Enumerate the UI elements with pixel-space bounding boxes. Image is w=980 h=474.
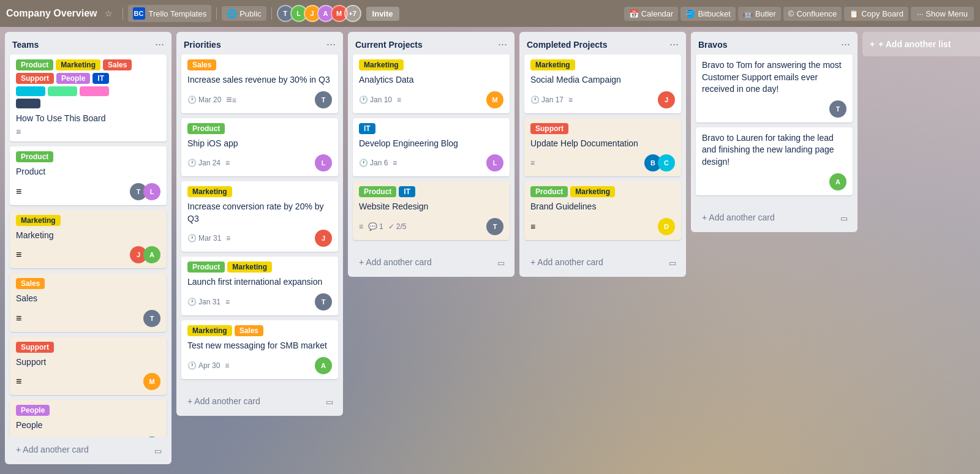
- label-comp2: Support: [530, 123, 568, 134]
- card-comp2-title: Update Help Documentation: [530, 138, 675, 150]
- card-cp2[interactable]: IT Develop Engineering Blog 🕐Jan 6 ≡ L: [353, 118, 510, 177]
- card-b1[interactable]: Bravo to Tom for answering the most Cust…: [696, 55, 853, 122]
- add-card-completed[interactable]: + Add another card: [524, 252, 664, 272]
- teams-swatches2: [16, 99, 160, 108]
- add-card-priorities[interactable]: + Add another card: [181, 391, 321, 411]
- card-template-priorities[interactable]: ▭: [321, 394, 338, 410]
- list-menu-priorities[interactable]: ···: [326, 38, 336, 51]
- list-footer-completed: + Add another card ▭: [519, 250, 686, 277]
- visibility-button[interactable]: 🌐 Public: [222, 6, 266, 21]
- list-title-priorities: Priorities: [184, 40, 221, 50]
- label-cp1: Marketing: [359, 59, 404, 70]
- avatar-card: L: [143, 183, 160, 200]
- card-p4[interactable]: Product Marketing Launch first internati…: [181, 257, 338, 315]
- avatar-card: M: [143, 373, 160, 390]
- list-footer-priorities: + Add another card ▭: [176, 389, 343, 416]
- extra-members-count[interactable]: +7: [344, 5, 361, 22]
- label-p5a: Marketing: [187, 325, 232, 336]
- butler-tool[interactable]: 🤖 Butler: [738, 7, 781, 21]
- swatch-lime: [48, 86, 77, 96]
- list-menu-teams[interactable]: ···: [155, 38, 164, 51]
- label-p4b: Marketing: [227, 261, 272, 273]
- card-comp2[interactable]: Support Update Help Documentation ≡ B C: [524, 118, 681, 177]
- star-icon[interactable]: ☆: [105, 9, 113, 18]
- label-p1: Sales: [187, 59, 216, 70]
- card-p2[interactable]: Product Ship iOS app 🕐Jan 24 ≡ L: [181, 118, 338, 177]
- list-body-completed: Marketing Social Media Campaign 🕐Jan 17 …: [519, 55, 686, 250]
- add-card-current[interactable]: + Add another card: [353, 252, 492, 272]
- label-cp3b: IT: [399, 186, 415, 197]
- label-comp1: Marketing: [530, 59, 575, 70]
- plus-icon: +: [870, 39, 875, 49]
- globe-icon: 🌐: [227, 9, 237, 18]
- card-product[interactable]: Product Product T L: [10, 146, 167, 205]
- card-template-current[interactable]: ▭: [492, 255, 510, 271]
- how-to-label: How To Use This Board: [16, 113, 160, 123]
- desc-icon: ≡: [225, 298, 230, 306]
- avatar-card: D: [658, 218, 675, 235]
- desc-icon: ≡: [393, 159, 397, 167]
- card-comp3[interactable]: Product Marketing Brand Guidelines ≡ D: [524, 181, 681, 240]
- card-comp1[interactable]: Marketing Social Media Campaign 🕐Jan 17 …: [524, 55, 681, 113]
- label-comp3b: Marketing: [570, 186, 615, 197]
- card-p5[interactable]: Marketing Sales Test new messaging for S…: [181, 320, 338, 379]
- invite-button[interactable]: Invite: [366, 7, 399, 21]
- list-header-priorities: Priorities ···: [176, 32, 343, 55]
- desc-icon: ≡: [530, 159, 535, 167]
- card-support[interactable]: Support Support M: [10, 337, 167, 396]
- list-title-bravos: Bravos: [698, 40, 727, 50]
- show-menu-button[interactable]: ··· Show Menu: [911, 7, 974, 21]
- list-menu-bravos[interactable]: ···: [841, 38, 850, 51]
- confluence-tool[interactable]: © Confluence: [783, 7, 842, 21]
- avatar-card: C: [658, 154, 675, 171]
- list-header-teams: Teams ···: [5, 32, 172, 55]
- calendar-tool[interactable]: 📅 Calendar: [624, 7, 679, 21]
- avatar-card: T: [486, 218, 503, 235]
- card-marketing-meta: J A: [16, 246, 160, 263]
- avatar-card: T: [315, 293, 332, 310]
- copy-icon: 📋: [849, 9, 859, 18]
- list-body-current: Marketing Analytics Data 🕐Jan 10 ≡ M IT …: [348, 55, 514, 250]
- card-marketing-avatars: J A: [130, 246, 160, 263]
- how-to-icon: ≡: [16, 127, 160, 137]
- add-card-teams[interactable]: + Add another card: [10, 440, 149, 459]
- card-people-title: People: [16, 419, 160, 432]
- card-cp2-meta: 🕐Jan 6 ≡ L: [359, 154, 503, 171]
- desc-icon: [16, 186, 21, 197]
- card-template-teams[interactable]: ▭: [149, 443, 167, 459]
- card-template-completed[interactable]: ▭: [664, 255, 681, 271]
- card-people[interactable]: People People B: [10, 400, 167, 437]
- card-cp3[interactable]: Product IT Website Redesign ≡ 💬1 ✓2/5 T: [353, 181, 510, 240]
- list-menu-completed[interactable]: ···: [669, 38, 679, 51]
- list-teams: Teams ··· Product Marketing Sales Suppor…: [5, 32, 172, 464]
- board-area: Teams ··· Product Marketing Sales Suppor…: [0, 27, 980, 474]
- card-cp3-checklist: ✓2/5: [388, 222, 407, 231]
- card-sales[interactable]: Sales Sales T: [10, 273, 167, 332]
- add-card-bravos[interactable]: + Add another card: [696, 208, 835, 227]
- card-teams-intro[interactable]: Product Marketing Sales Support People I…: [10, 55, 167, 141]
- card-sales-meta: T: [16, 310, 160, 327]
- label-it: IT: [92, 73, 109, 84]
- card-cp1[interactable]: Marketing Analytics Data 🕐Jan 10 ≡ M: [353, 55, 510, 113]
- swatch-teal: [16, 86, 45, 96]
- label-support2: Support: [16, 342, 54, 353]
- member-avatars[interactable]: T L J A M +7: [277, 5, 361, 22]
- list-current-projects: Current Projects ··· Marketing Analytics…: [348, 32, 514, 277]
- desc-icon: ≡: [397, 96, 401, 104]
- card-p5-title: Test new messaging for SMB market: [187, 340, 332, 352]
- copyboard-tool[interactable]: 📋 Copy Board: [844, 7, 908, 21]
- avatar-card: T: [143, 310, 160, 327]
- card-marketing[interactable]: Marketing Marketing J A: [10, 210, 167, 269]
- avatar-card: M: [486, 91, 503, 108]
- card-b2[interactable]: Bravo to Lauren for taking the lead and …: [696, 127, 853, 195]
- avatar-card: T: [829, 100, 846, 118]
- card-p3[interactable]: Marketing Increase conversion rate by 20…: [181, 181, 338, 252]
- list-menu-current[interactable]: ···: [498, 38, 507, 51]
- avatar-card: J: [315, 230, 332, 247]
- bitbucket-tool[interactable]: 🪣 Bitbucket: [680, 7, 735, 21]
- calendar-icon: 📅: [629, 9, 639, 18]
- card-template-bravos[interactable]: ▭: [835, 210, 853, 227]
- add-list-button[interactable]: + + Add another list: [862, 32, 980, 56]
- workspace-switcher[interactable]: BC Trello Templates: [128, 5, 212, 22]
- card-p1[interactable]: Sales Increase sales revenue by 30% in Q…: [181, 55, 338, 113]
